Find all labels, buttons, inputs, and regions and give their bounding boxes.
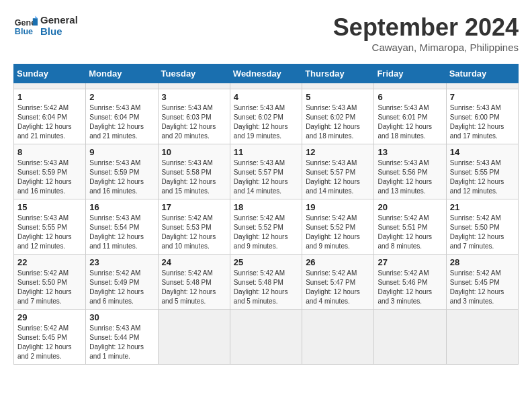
calendar-cell: 27Sunrise: 5:42 AMSunset: 5:46 PMDayligh… [374,255,446,310]
location-subtitle: Cawayan, Mimaropa, Philippines [333,42,519,53]
day-info: Sunrise: 5:43 AMSunset: 5:59 PMDaylight:… [17,158,82,196]
page-header: General Blue General Blue September 2024… [13,13,519,53]
logo-general-text: General [40,14,78,26]
calendar-cell [302,310,374,365]
calendar-cell [158,310,230,365]
day-info: Sunrise: 5:42 AMSunset: 5:50 PMDaylight:… [450,214,515,251]
day-info: Sunrise: 5:43 AMSunset: 6:02 PMDaylight:… [306,103,370,141]
calendar-week-row: 1Sunrise: 5:42 AMSunset: 6:04 PMDaylight… [14,89,519,144]
calendar-cell [230,310,302,365]
day-number: 5 [306,92,370,102]
col-thursday: Thursday [302,64,374,83]
calendar-cell: 2Sunrise: 5:43 AMSunset: 6:04 PMDaylight… [86,89,158,144]
calendar-cell [230,83,302,89]
col-monday: Monday [86,64,158,83]
day-info: Sunrise: 5:43 AMSunset: 5:55 PMDaylight:… [450,158,515,196]
day-number: 25 [234,257,298,267]
calendar-cell: 24Sunrise: 5:42 AMSunset: 5:48 PMDayligh… [158,255,230,310]
day-info: Sunrise: 5:42 AMSunset: 5:53 PMDaylight:… [162,214,226,251]
calendar-header-row: Sunday Monday Tuesday Wednesday Thursday… [14,64,519,83]
calendar-cell: 21Sunrise: 5:42 AMSunset: 5:50 PMDayligh… [446,199,518,255]
calendar-week-row: 29Sunrise: 5:42 AMSunset: 5:45 PMDayligh… [14,310,519,365]
day-number: 24 [162,257,226,267]
calendar-cell: 9Sunrise: 5:43 AMSunset: 5:59 PMDaylight… [86,144,158,199]
day-info: Sunrise: 5:43 AMSunset: 6:02 PMDaylight:… [234,103,298,141]
svg-marker-2 [33,18,38,26]
calendar-cell: 6Sunrise: 5:43 AMSunset: 6:01 PMDaylight… [374,89,446,144]
calendar-week-row [14,83,519,89]
calendar-cell [446,83,518,89]
calendar-cell [14,83,86,89]
day-info: Sunrise: 5:43 AMSunset: 5:58 PMDaylight:… [162,158,226,196]
day-info: Sunrise: 5:42 AMSunset: 6:04 PMDaylight:… [17,103,82,141]
title-area: September 2024 Cawayan, Mimaropa, Philip… [333,13,519,53]
day-info: Sunrise: 5:43 AMSunset: 6:01 PMDaylight:… [378,103,442,141]
day-number: 9 [89,147,154,157]
svg-marker-3 [35,16,38,19]
calendar-cell: 16Sunrise: 5:43 AMSunset: 5:54 PMDayligh… [86,199,158,255]
logo-blue-text: Blue [40,26,78,37]
month-title: September 2024 [333,13,519,42]
col-wednesday: Wednesday [230,64,302,83]
day-info: Sunrise: 5:43 AMSunset: 5:59 PMDaylight:… [89,158,154,196]
day-number: 1 [17,92,82,102]
calendar-cell: 11Sunrise: 5:43 AMSunset: 5:57 PMDayligh… [230,144,302,199]
calendar-cell [374,310,446,365]
day-number: 18 [234,202,298,212]
day-number: 21 [450,202,515,212]
day-number: 12 [306,147,370,157]
svg-text:Blue: Blue [15,27,33,36]
calendar-cell: 19Sunrise: 5:42 AMSunset: 5:52 PMDayligh… [302,199,374,255]
day-number: 8 [17,147,82,157]
day-info: Sunrise: 5:42 AMSunset: 5:52 PMDaylight:… [234,214,298,251]
calendar-cell: 22Sunrise: 5:42 AMSunset: 5:50 PMDayligh… [14,255,86,310]
calendar-cell: 23Sunrise: 5:42 AMSunset: 5:49 PMDayligh… [86,255,158,310]
day-number: 16 [89,202,154,212]
calendar-cell: 1Sunrise: 5:42 AMSunset: 6:04 PMDaylight… [14,89,86,144]
day-info: Sunrise: 5:42 AMSunset: 5:52 PMDaylight:… [306,214,370,251]
day-number: 20 [378,202,442,212]
calendar-cell: 12Sunrise: 5:43 AMSunset: 5:57 PMDayligh… [302,144,374,199]
calendar-week-row: 8Sunrise: 5:43 AMSunset: 5:59 PMDaylight… [14,144,519,199]
day-number: 27 [378,257,442,267]
day-info: Sunrise: 5:42 AMSunset: 5:47 PMDaylight:… [306,269,370,306]
calendar-cell [158,83,230,89]
calendar-cell: 15Sunrise: 5:43 AMSunset: 5:55 PMDayligh… [14,199,86,255]
day-number: 17 [162,202,226,212]
calendar-cell [374,83,446,89]
calendar-cell: 5Sunrise: 5:43 AMSunset: 6:02 PMDaylight… [302,89,374,144]
calendar-cell: 3Sunrise: 5:43 AMSunset: 6:03 PMDaylight… [158,89,230,144]
calendar-cell: 20Sunrise: 5:42 AMSunset: 5:51 PMDayligh… [374,199,446,255]
calendar-cell: 14Sunrise: 5:43 AMSunset: 5:55 PMDayligh… [446,144,518,199]
day-number: 10 [162,147,226,157]
day-info: Sunrise: 5:43 AMSunset: 5:55 PMDaylight:… [17,214,82,251]
calendar-cell: 18Sunrise: 5:42 AMSunset: 5:52 PMDayligh… [230,199,302,255]
day-number: 26 [306,257,370,267]
day-number: 13 [378,147,442,157]
logo: General Blue General Blue [13,13,78,38]
calendar-cell: 17Sunrise: 5:42 AMSunset: 5:53 PMDayligh… [158,199,230,255]
calendar-cell: 10Sunrise: 5:43 AMSunset: 5:58 PMDayligh… [158,144,230,199]
day-info: Sunrise: 5:43 AMSunset: 5:56 PMDaylight:… [378,158,442,196]
day-number: 22 [17,257,82,267]
calendar-cell [302,83,374,89]
calendar-cell: 13Sunrise: 5:43 AMSunset: 5:56 PMDayligh… [374,144,446,199]
day-number: 4 [234,92,298,102]
day-info: Sunrise: 5:42 AMSunset: 5:45 PMDaylight:… [17,324,82,361]
day-info: Sunrise: 5:42 AMSunset: 5:48 PMDaylight:… [234,269,298,306]
day-info: Sunrise: 5:43 AMSunset: 6:00 PMDaylight:… [450,103,515,141]
logo-icon: General Blue [13,13,38,38]
day-number: 6 [378,92,442,102]
day-info: Sunrise: 5:42 AMSunset: 5:48 PMDaylight:… [162,269,226,306]
day-number: 3 [162,92,226,102]
day-number: 11 [234,147,298,157]
calendar-cell: 26Sunrise: 5:42 AMSunset: 5:47 PMDayligh… [302,255,374,310]
day-number: 19 [306,202,370,212]
day-info: Sunrise: 5:42 AMSunset: 5:45 PMDaylight:… [450,269,515,306]
day-info: Sunrise: 5:43 AMSunset: 5:57 PMDaylight:… [306,158,370,196]
day-info: Sunrise: 5:42 AMSunset: 5:46 PMDaylight:… [378,269,442,306]
day-info: Sunrise: 5:42 AMSunset: 5:50 PMDaylight:… [17,269,82,306]
day-number: 30 [89,312,154,322]
day-number: 23 [89,257,154,267]
calendar-week-row: 15Sunrise: 5:43 AMSunset: 5:55 PMDayligh… [14,199,519,255]
